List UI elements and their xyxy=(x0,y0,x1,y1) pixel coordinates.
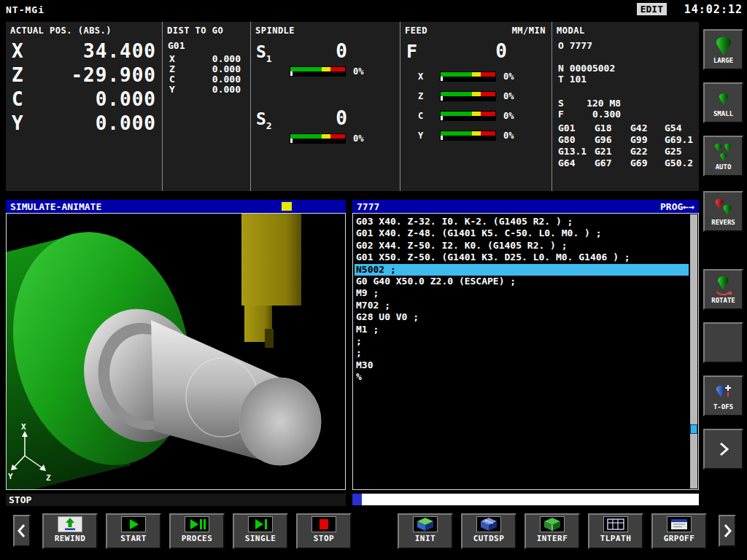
rewind-button[interactable]: REWIND xyxy=(42,513,98,549)
axis-label: X xyxy=(12,40,23,62)
dist-gcode: G01 xyxy=(168,40,250,51)
dist-to-go-section: DIST TO GO G01 X0.000 Z0.000 C0.000 Y0.0… xyxy=(162,22,250,191)
simulation-viewport[interactable]: X Y Z xyxy=(6,213,346,490)
program-line-current[interactable]: N5002 ; xyxy=(355,264,689,276)
init-icon xyxy=(413,516,438,532)
cut-display-icon xyxy=(476,516,501,532)
program-line[interactable]: M1 ; xyxy=(355,324,689,335)
modal-title: MODAL xyxy=(557,26,585,36)
interference-button[interactable]: INTERF xyxy=(525,513,580,549)
program-scrollbar[interactable] xyxy=(690,214,697,489)
gcode: G69 xyxy=(630,158,665,169)
spindle-1-load-percent: 0% xyxy=(353,66,363,77)
program-line[interactable]: G0 G40 X50.0 Z2.0 (ESCAPE) ; xyxy=(355,276,689,287)
gcode: G13.1 xyxy=(558,146,595,158)
large-view-icon xyxy=(714,36,733,56)
simulation-status-bar: STOP xyxy=(6,494,346,506)
sidebar-blank-button[interactable] xyxy=(703,322,743,363)
spindle-1-group: S1 0 0% xyxy=(255,40,400,106)
right-arrow-icon xyxy=(721,522,733,540)
feed-x-percent: 0% xyxy=(503,71,514,82)
tool-path-button[interactable]: TLPATH xyxy=(588,513,643,549)
feed-axis-row: Z 0% xyxy=(405,86,551,106)
simulation-title: SIMULATE-ANIMATE xyxy=(10,201,101,212)
simulation-titlebar: SIMULATE-ANIMATE xyxy=(6,200,346,213)
toolbar-label: INTERF xyxy=(537,534,568,543)
triad-x-label: X xyxy=(21,422,26,432)
program-line[interactable]: G02 X44. Z-50. I2. K0. (G1405 R2. ) ; xyxy=(355,240,689,252)
spindle-2-group: S2 0 0% xyxy=(255,107,400,173)
toolbar-label: STOP xyxy=(314,534,335,543)
axis-label: X xyxy=(169,54,175,64)
program-line[interactable]: G28 U0 V0 ; xyxy=(355,311,689,323)
cut-display-button[interactable]: CUTDSP xyxy=(461,513,516,549)
stop-button[interactable]: STOP xyxy=(296,513,352,549)
modal-spindle-speed: S 120 M8 xyxy=(558,98,699,109)
feed-axis-row: C 0% xyxy=(405,106,551,125)
cnc-control-screen: NT-MGi EDIT 14:02:12 ACTUAL POS. (ABS.) … xyxy=(0,0,747,560)
axis-value: 0.000 xyxy=(212,64,241,74)
actual-position-section: ACTUAL POS. (ABS.) X34.400 Z-29.900 C0.0… xyxy=(6,22,162,191)
feed-value: 0 xyxy=(495,40,507,62)
program-title: 7777 xyxy=(357,201,379,212)
axis-value: 0.000 xyxy=(96,112,156,134)
axis-label: X xyxy=(418,71,440,82)
view-reverse-button[interactable]: REVERS xyxy=(703,191,743,232)
view-large-button[interactable]: LARGE xyxy=(703,29,743,70)
program-line[interactable]: M30 xyxy=(355,359,689,371)
program-line[interactable]: G01 X50. Z-50. (G1401 K3. D25. L0. M0. G… xyxy=(355,252,689,263)
view-small-button[interactable]: SMALL xyxy=(703,82,743,123)
spindle-2-value: 0 xyxy=(336,107,347,129)
dist-axis-row: Y0.000 xyxy=(167,85,250,95)
program-line[interactable]: ; xyxy=(355,335,689,347)
toolbar-label: REWIND xyxy=(55,534,86,543)
gcode: G01 xyxy=(558,122,595,134)
axis-label: C xyxy=(12,88,23,110)
simulation-3d-view: X Y Z xyxy=(7,214,345,489)
view-auto-button[interactable]: AUTO xyxy=(703,136,743,176)
view-rotate-button[interactable]: ROTATE xyxy=(703,269,743,310)
program-line[interactable]: M702 ; xyxy=(355,300,689,311)
process-button[interactable]: PROCES xyxy=(169,513,225,549)
sidebar-next-menu-button[interactable] xyxy=(703,429,743,470)
clock: 14:02:12 xyxy=(684,3,743,16)
auto-view-icon xyxy=(714,142,733,163)
program-line[interactable]: ; xyxy=(355,347,689,359)
modal-feed-rate: F 0.300 xyxy=(558,109,699,120)
next-menu-icon xyxy=(714,439,733,459)
axis-label: Z xyxy=(169,64,175,74)
toolbar-label: SINGLE xyxy=(245,534,276,543)
program-progress-bar xyxy=(352,494,699,505)
graphic-off-button[interactable]: GRPOFF xyxy=(651,513,707,549)
program-line[interactable]: % xyxy=(355,371,689,383)
tool-number: T 101 xyxy=(558,74,699,85)
gcode: G99 xyxy=(630,134,665,146)
menu-right-arrow-button[interactable] xyxy=(719,515,736,547)
stop-icon xyxy=(311,516,336,532)
tool-offset-button[interactable]: T-OFS xyxy=(703,376,743,416)
init-button[interactable]: INIT xyxy=(398,513,453,549)
menu-left-arrow-button[interactable] xyxy=(13,515,31,547)
program-line[interactable]: M9 ; xyxy=(355,287,689,299)
single-block-button[interactable]: SINGLE xyxy=(233,513,288,549)
sidebar-label: T-OFS xyxy=(713,403,733,411)
dist-axis-row: X0.000 xyxy=(167,54,250,64)
sidebar-label: ROTATE xyxy=(711,297,735,304)
start-button[interactable]: START xyxy=(106,513,161,549)
program-line[interactable]: G03 X40. Z-32. I0. K-2. (G1405 R2. ) ; xyxy=(355,216,689,228)
rewind-icon xyxy=(58,516,82,532)
gcode: G42 xyxy=(630,122,665,134)
axis-value: 0.000 xyxy=(96,88,156,110)
program-line[interactable]: G01 X40. Z-48. (G1401 K5. C-50. L0. M0. … xyxy=(355,228,689,239)
gcode: G64 xyxy=(558,158,595,169)
feed-z-percent: 0% xyxy=(503,91,514,101)
feed-c-gauge xyxy=(440,111,496,121)
rotate-view-icon xyxy=(714,276,733,296)
left-arrow-icon xyxy=(16,522,28,540)
axis-position-row: X34.400 xyxy=(10,40,162,64)
spindle-1-load-gauge xyxy=(290,66,346,77)
axis-position-row: Y0.000 xyxy=(10,112,162,136)
scrollbar-thumb[interactable] xyxy=(690,424,697,434)
spindle-section: SPINDLE S1 0 0% S2 0 0% xyxy=(250,22,400,191)
gcode: G54 xyxy=(665,122,704,134)
